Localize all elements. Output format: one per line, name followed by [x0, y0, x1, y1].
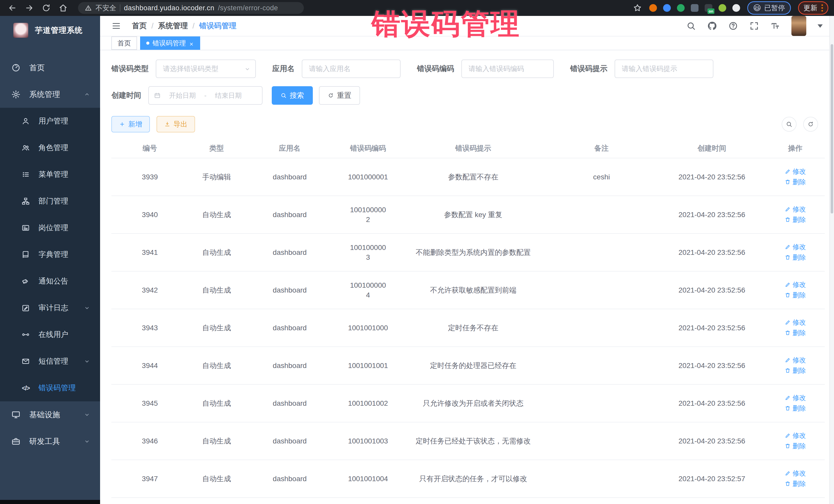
back-icon[interactable] — [8, 3, 17, 13]
help-icon[interactable] — [728, 21, 738, 31]
table-row: 3939手动编辑dashboard1001000001参数配置不存在ceshi2… — [111, 158, 825, 196]
sidebar-item-home[interactable]: 首页 — [0, 54, 100, 81]
extension-blue-gem-icon[interactable] — [663, 4, 671, 12]
extension-orange-icon[interactable] — [649, 4, 657, 12]
table-row: 3940自动生成dashboard100100000 2参数配置 key 重复2… — [111, 196, 825, 234]
monitor-icon — [11, 410, 21, 419]
sidebar-item-role[interactable]: 角色管理 — [0, 134, 100, 161]
export-button[interactable]: 导出 — [156, 116, 195, 132]
code-icon: </> — [22, 384, 30, 392]
search-icon — [281, 92, 287, 98]
delete-link[interactable]: 删除 — [785, 177, 806, 187]
cell-actions: 修改删除 — [766, 309, 825, 347]
sidebar-item-audit-log[interactable]: 审计日志 — [0, 294, 100, 321]
sidebar-item-infra[interactable]: 基础设施 — [0, 401, 100, 428]
avatar-caret-icon[interactable] — [817, 24, 823, 28]
cell-actions: 修改删除 — [766, 271, 825, 309]
table-settings — [782, 117, 827, 132]
fullscreen-icon[interactable] — [749, 21, 759, 31]
extension-green-circle-icon[interactable] — [677, 4, 685, 12]
font-size-icon[interactable] — [770, 21, 780, 31]
cell-actions: 修改删除 — [766, 234, 825, 271]
delete-link[interactable]: 删除 — [785, 441, 806, 451]
table-toolbar: 新增 导出 — [111, 116, 827, 132]
edit-icon — [22, 304, 30, 312]
create-time-range-picker[interactable]: - — [148, 86, 263, 105]
collapse-menu-icon[interactable] — [111, 21, 121, 31]
sidebar-item-sms[interactable]: 短信管理 — [0, 348, 100, 375]
reset-button[interactable]: 重置 — [319, 86, 360, 105]
scrollbar-thumb[interactable] — [831, 44, 833, 214]
error-type-input[interactable] — [156, 60, 256, 78]
user-avatar[interactable] — [791, 16, 806, 36]
address-bar[interactable]: 不安全 dashboard.yudao.iocoder.cn/system/er… — [78, 2, 304, 14]
forward-icon[interactable] — [25, 3, 34, 13]
end-date-input[interactable] — [209, 92, 248, 100]
paused-label: 已暂停 — [764, 3, 785, 13]
sidebar-item-system[interactable]: 系统管理 — [0, 81, 100, 108]
tab-error-code[interactable]: 错误码管理 — [140, 37, 200, 50]
browser-menu-icon[interactable] — [821, 4, 823, 12]
extension-list-icon[interactable]: on — [705, 4, 712, 12]
cell-number: 3945 — [111, 385, 188, 422]
error-type-select[interactable] — [156, 60, 256, 78]
toggle-search-button[interactable] — [782, 117, 796, 132]
search-button[interactable]: 搜索 — [272, 86, 313, 105]
app-name-input[interactable] — [302, 60, 400, 78]
extension-grid-icon[interactable] — [691, 4, 699, 12]
error-hint-input[interactable] — [615, 60, 714, 78]
sidebar-item-menu[interactable]: 菜单管理 — [0, 161, 100, 188]
reload-icon[interactable] — [42, 3, 51, 13]
edit-link[interactable]: 修改 — [785, 468, 806, 478]
refresh-table-button[interactable] — [803, 117, 818, 132]
add-button[interactable]: 新增 — [111, 116, 150, 132]
sidebar-item-online-user[interactable]: 在线用户 — [0, 321, 100, 348]
sidebar-item-label: 在线用户 — [39, 329, 68, 340]
delete-link[interactable]: 删除 — [785, 215, 806, 224]
sidebar-item-label: 系统管理 — [29, 89, 60, 100]
sidebar-item-notice[interactable]: 通知公告 — [0, 268, 100, 294]
delete-link-label: 删除 — [793, 253, 806, 262]
edit-link[interactable]: 修改 — [785, 242, 806, 252]
delete-link[interactable]: 删除 — [785, 366, 806, 375]
extension-key-icon[interactable] — [719, 4, 726, 12]
edit-link[interactable]: 修改 — [785, 280, 806, 289]
sidebar-item-label: 部门管理 — [39, 196, 68, 206]
breadcrumb-item[interactable]: 系统管理 — [158, 21, 188, 31]
app-logo-row[interactable]: 芋道管理系统 — [0, 16, 100, 45]
page-scrollbar[interactable] — [829, 16, 834, 504]
paused-extension-badge[interactable]: 😃 已暂停 — [747, 1, 791, 15]
edit-link[interactable]: 修改 — [785, 393, 806, 403]
sidebar-item-dept[interactable]: 部门管理 — [0, 188, 100, 215]
edit-link[interactable]: 修改 — [785, 431, 806, 440]
delete-link[interactable]: 删除 — [785, 253, 806, 262]
edit-link[interactable]: 修改 — [785, 317, 806, 327]
app-shell: 芋道管理系统 首页系统管理用户管理角色管理菜单管理部门管理岗位管理字典管理通知公… — [0, 16, 834, 504]
edit-link[interactable]: 修改 — [785, 167, 806, 176]
url-host: dashboard.yudao.iocoder.cn — [124, 4, 214, 12]
edit-link[interactable]: 修改 — [785, 355, 806, 365]
bookmark-star-icon[interactable] — [633, 3, 642, 13]
sidebar-item-error-code[interactable]: </>错误码管理 — [0, 375, 100, 401]
delete-link[interactable]: 删除 — [785, 403, 806, 413]
edit-link[interactable]: 修改 — [785, 204, 806, 214]
sidebar-item-user[interactable]: 用户管理 — [0, 108, 100, 134]
search-icon[interactable] — [686, 21, 696, 31]
delete-link[interactable]: 删除 — [785, 479, 806, 489]
extension-on-badge: on — [707, 8, 714, 14]
browser-update-button[interactable]: 更新 — [798, 1, 828, 15]
sidebar-item-dict[interactable]: 字典管理 — [0, 241, 100, 268]
sidebar-item-dev-tools[interactable]: 研发工具 — [0, 428, 100, 455]
error-code-input[interactable] — [461, 60, 554, 78]
delete-link[interactable]: 删除 — [785, 290, 806, 300]
table-row: 3947自动生成dashboard1001001004只有开启状态的任务，才可以… — [111, 460, 825, 498]
breadcrumb-item[interactable]: 首页 — [132, 21, 147, 31]
tab-home[interactable]: 首页 — [111, 37, 137, 50]
close-icon[interactable] — [189, 41, 194, 46]
github-icon[interactable] — [707, 21, 717, 31]
start-date-input[interactable] — [163, 92, 202, 100]
home-icon[interactable] — [59, 3, 68, 13]
sidebar-item-post[interactable]: 岗位管理 — [0, 215, 100, 241]
extension-puzzle-icon[interactable] — [732, 4, 740, 12]
delete-link[interactable]: 删除 — [785, 328, 806, 338]
